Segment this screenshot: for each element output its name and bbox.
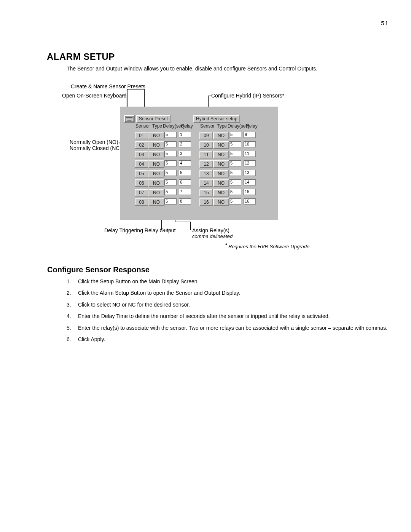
sensor-type-button[interactable]: NO: [148, 189, 164, 197]
delay-input[interactable]: 5: [164, 151, 177, 157]
sensor-number-button[interactable]: 07: [135, 189, 148, 197]
step-item: 6.Click Apply.: [67, 335, 388, 343]
delay-input[interactable]: 5: [164, 141, 177, 147]
delay-input[interactable]: 5: [229, 151, 241, 157]
step-number: 6.: [67, 335, 78, 343]
sensor-type-button[interactable]: NO: [148, 179, 164, 187]
sensor-type-button[interactable]: NO: [213, 160, 229, 168]
connector-line: [190, 222, 191, 230]
sensor-number-button[interactable]: 15: [199, 189, 213, 197]
relay-input[interactable]: 1: [179, 132, 191, 138]
delay-input[interactable]: 5: [164, 160, 177, 166]
sensor-number-button[interactable]: 16: [199, 198, 213, 206]
delay-input[interactable]: 5: [229, 198, 241, 204]
sensor-type-button[interactable]: NO: [213, 132, 229, 139]
sensor-type-button[interactable]: NO: [148, 151, 164, 158]
callout-open-keyboard: Open On-Screen Keyboard: [62, 93, 127, 99]
step-number: 3.: [67, 300, 78, 309]
sensor-number-button[interactable]: 14: [199, 179, 213, 187]
col-header-relay: Relay: [246, 123, 258, 129]
relay-input[interactable]: 8: [179, 198, 191, 204]
step-item: 2.Click the Alarm Setup Button to open t…: [67, 289, 388, 297]
relay-input[interactable]: 14: [244, 179, 256, 185]
sensor-number-button[interactable]: 09: [199, 132, 213, 139]
delay-input[interactable]: 5: [164, 198, 177, 204]
delay-input[interactable]: 5: [229, 141, 241, 147]
step-item: 3.Click to select NO or NC for the desir…: [67, 300, 388, 309]
sensor-type-button[interactable]: NO: [213, 151, 229, 158]
sensor-type-button[interactable]: NO: [148, 170, 164, 177]
step-number: 2.: [67, 289, 78, 297]
delay-input[interactable]: 5: [164, 179, 177, 185]
intro-text: The Sensor and Output Window allows you …: [67, 66, 317, 72]
relay-input[interactable]: 2: [179, 141, 191, 147]
delay-input[interactable]: 5: [229, 170, 241, 176]
relay-input[interactable]: 11: [244, 151, 256, 157]
footnote-star: *: [225, 242, 227, 248]
delay-input[interactable]: 5: [164, 170, 177, 176]
connector-line: [161, 230, 172, 230]
callout-nonc-line1: Normally Open (NO) /: [70, 139, 121, 145]
sensor-type-button[interactable]: NO: [213, 170, 229, 177]
sensor-preset-button[interactable]: Sensor Preset: [136, 115, 170, 123]
relay-input[interactable]: 4: [179, 160, 191, 166]
section-heading: Configure Sensor Response: [47, 265, 150, 274]
steps-list: 1.Click the Setup Button on the Main Dis…: [67, 277, 388, 347]
callout-create-presets: Create & Name Sensor Presets: [71, 83, 145, 89]
sensor-type-button[interactable]: NO: [148, 160, 164, 168]
step-text: Enter the Delay Time to define the numbe…: [78, 312, 388, 320]
col-header-type: Type: [217, 123, 227, 129]
relay-input[interactable]: 12: [244, 160, 256, 166]
sensor-panel: Sensor Preset Hybrid Sensor setup Sensor…: [120, 107, 278, 220]
col-header-relay: Relay: [181, 123, 193, 129]
relay-input[interactable]: 16: [244, 198, 256, 204]
relay-input[interactable]: 15: [244, 189, 256, 195]
step-item: 5.Enter the relay(s) to associate with t…: [67, 324, 388, 332]
step-text: Click Apply.: [78, 335, 388, 343]
col-header-sensor: Sensor: [135, 123, 150, 129]
sensor-type-button[interactable]: NO: [213, 198, 229, 206]
sensor-number-button[interactable]: 05: [135, 170, 148, 177]
step-text: Click the Alarm Setup Button to open the…: [78, 289, 388, 297]
relay-input[interactable]: 3: [179, 151, 191, 157]
relay-input[interactable]: 5: [179, 170, 191, 176]
delay-input[interactable]: 5: [164, 132, 177, 138]
step-number: 4.: [67, 312, 78, 320]
sensor-type-button[interactable]: NO: [213, 179, 229, 187]
sensor-type-button[interactable]: NO: [213, 189, 229, 197]
sensor-type-button[interactable]: NO: [148, 141, 164, 149]
sensor-number-button[interactable]: 03: [135, 151, 148, 158]
callout-assign-relays: Assign Relay(s): [192, 227, 229, 233]
sensor-number-button[interactable]: 12: [199, 160, 213, 168]
sensor-number-button[interactable]: 11: [199, 151, 213, 158]
relay-input[interactable]: 7: [179, 189, 191, 195]
sensor-number-button[interactable]: 01: [135, 132, 148, 139]
relay-input[interactable]: 6: [179, 179, 191, 185]
delay-input[interactable]: 5: [229, 179, 241, 185]
col-header-type: Type: [152, 123, 162, 129]
footnote-text: Requires the HVR Software Upgrade: [228, 244, 309, 249]
delay-input[interactable]: 5: [229, 160, 241, 166]
sensor-number-button[interactable]: 13: [199, 170, 213, 177]
delay-input[interactable]: 5: [164, 189, 177, 195]
relay-input[interactable]: 9: [244, 132, 256, 138]
delay-input[interactable]: 5: [229, 132, 241, 138]
sensor-number-button[interactable]: 08: [135, 198, 148, 206]
sensor-number-button[interactable]: 10: [199, 141, 213, 149]
sensor-number-button[interactable]: 04: [135, 160, 148, 168]
sensor-type-button[interactable]: NO: [213, 141, 229, 149]
page-title: ALARM SETUP: [47, 51, 115, 62]
relay-input[interactable]: 13: [244, 170, 256, 176]
delay-input[interactable]: 5: [229, 189, 241, 195]
keyboard-icon[interactable]: [124, 115, 135, 123]
connector-line: [175, 222, 190, 222]
sensor-number-button[interactable]: 02: [135, 141, 148, 149]
sensor-number-button[interactable]: 06: [135, 179, 148, 187]
sensor-type-button[interactable]: NO: [148, 132, 164, 139]
connector-line: [208, 96, 211, 96]
sensor-type-button[interactable]: NO: [148, 198, 164, 206]
hybrid-sensor-setup-button[interactable]: Hybrid Sensor setup: [193, 115, 240, 123]
header-rule: [38, 28, 389, 28]
relay-input[interactable]: 10: [244, 141, 256, 147]
step-item: 1.Click the Setup Button on the Main Dis…: [67, 277, 388, 286]
